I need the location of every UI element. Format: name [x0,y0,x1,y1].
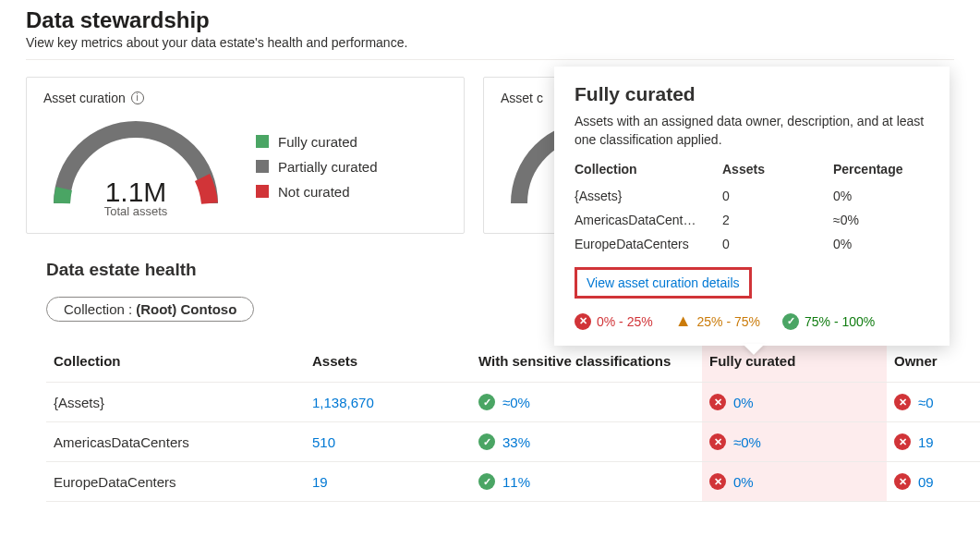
popover-th-assets: Assets [722,158,833,184]
cell-fully: ✕≈0% [709,433,876,450]
card-title-row: Asset curation i [43,91,447,105]
gauge-label: Total assets [104,204,168,218]
cell-fully: ✕0% [709,473,876,490]
swatch-fully-icon [256,135,269,148]
cell-assets-link[interactable]: 19 [312,474,328,490]
filter-label: Collection : [64,301,132,317]
cell-sensitive-link[interactable]: 11% [502,474,530,490]
legend-label-not: Not curated [278,184,350,200]
cell-owner-link[interactable]: 19 [918,434,934,450]
cell-sensitive-link[interactable]: ≈0% [502,395,530,410]
cell-sensitive: ✓≈0% [478,394,691,410]
check-icon: ✓ [478,394,495,410]
popover-cell-percentage: ≈0% [833,208,929,232]
table-row: EuropeDataCenters19✓11%✕0%✕09 [46,462,980,502]
popover-cell-collection: AmericasDataCent… [575,213,696,227]
popover-th-percentage: Percentage [833,158,929,184]
swatch-not-icon [256,185,269,198]
cell-assets-link[interactable]: 510 [312,434,335,450]
cell-owner-link[interactable]: 09 [918,474,934,490]
popover-cell-assets: 0 [722,184,833,208]
cell-collection: EuropeDataCenters [46,462,305,502]
th-assets[interactable]: Assets [305,344,471,383]
card-title: Asset curation [43,91,126,105]
cell-collection: {Assets} [46,383,305,422]
page-title: Data stewardship [26,7,954,33]
error-icon: ✕ [894,394,911,410]
fully-curated-popover: Fully curated Assets with an assigned da… [554,67,950,346]
legend-item-partial: Partially curated [256,159,378,175]
check-icon: ✓ [478,433,495,450]
warning-icon: ▲ [675,311,692,331]
cell-sensitive-link[interactable]: 33% [502,434,530,450]
page-subtitle: View key metrics about your data estate'… [26,35,954,50]
cell-fully-link[interactable]: 0% [733,395,754,410]
legend-low: ✕ 0% - 25% [575,313,653,330]
th-collection[interactable]: Collection [46,344,305,383]
th-sensitive[interactable]: With sensitive classifications [471,344,702,383]
table-row: {Assets}1,138,670✓≈0%✕0%✕≈0 [46,383,980,422]
asset-curation-card: Asset curation i 1.1M Total assets [26,77,465,234]
gauge-chart: 1.1M Total assets [43,111,228,222]
cell-fully-link[interactable]: ≈0% [733,434,761,450]
health-table-wrap: Collection Assets With sensitive classif… [46,344,954,502]
cell-owner: ✕19 [894,433,977,450]
popover-cell-collection: {Assets} [575,189,622,203]
th-fully[interactable]: Fully curated [702,344,887,383]
error-icon: ✕ [575,313,591,330]
th-owner[interactable]: Owner [887,344,980,383]
error-icon: ✕ [709,433,726,450]
popover-table: Collection Assets Percentage {Assets}00%… [575,158,929,256]
popover-cell-percentage: 0% [833,232,929,256]
cell-owner: ✕≈0 [894,394,977,410]
cell-owner: ✕09 [894,473,977,490]
cell-assets-link[interactable]: 1,138,670 [312,395,374,410]
legend-mid: ▲ 25% - 75% [675,311,760,331]
health-table: Collection Assets With sensitive classif… [46,344,980,502]
table-row: AmericasDataCenters510✓33%✕≈0%✕19 [46,422,980,462]
check-icon: ✓ [478,473,495,490]
legend-item-not: Not curated [256,184,378,200]
gauge-value: 1.1M [105,177,167,208]
legend-high-label: 75% - 100% [805,314,875,329]
cell-fully-link[interactable]: 0% [733,474,754,490]
legend-high: ✓ 75% - 100% [782,313,875,330]
cell-sensitive: ✓33% [478,433,691,450]
legend-label-partial: Partially curated [278,159,378,175]
check-icon: ✓ [782,313,799,330]
divider [26,59,954,60]
error-icon: ✕ [709,473,726,490]
cell-fully: ✕0% [709,394,876,410]
collection-filter-pill[interactable]: Collection : (Root) Contoso [46,297,254,322]
gauge-legend: Fully curated Partially curated Not cura… [256,134,378,200]
error-icon: ✕ [894,473,911,490]
swatch-partial-icon [256,160,269,173]
popover-cell-assets: 0 [722,232,833,256]
popover-cell-collection: EuropeDataCenters [575,237,689,251]
popover-title: Fully curated [575,83,929,105]
cell-sensitive: ✓11% [478,473,691,490]
popover-description: Assets with an assigned data owner, desc… [575,113,929,149]
error-icon: ✕ [894,433,911,450]
popover-row: {Assets}00% [575,184,929,208]
popover-row: EuropeDataCenters00% [575,232,929,256]
legend-item-fully: Fully curated [256,134,378,150]
legend-low-label: 0% - 25% [597,314,653,329]
popover-cell-assets: 2 [722,208,833,232]
popover-th-collection: Collection [575,158,722,184]
cell-owner-link[interactable]: ≈0 [918,395,934,410]
popover-legend: ✕ 0% - 25% ▲ 25% - 75% ✓ 75% - 100% [575,311,929,331]
popover-cell-percentage: 0% [833,184,929,208]
info-icon[interactable]: i [131,92,144,104]
legend-mid-label: 25% - 75% [697,314,760,329]
popover-row: AmericasDataCent…2≈0% [575,208,929,232]
filter-value: (Root) Contoso [136,301,236,317]
card2-title: Asset c [501,91,543,105]
cell-collection: AmericasDataCenters [46,422,305,462]
error-icon: ✕ [709,394,726,410]
view-curation-details-link[interactable]: View asset curation details [575,267,752,299]
legend-label-fully: Fully curated [278,134,357,150]
